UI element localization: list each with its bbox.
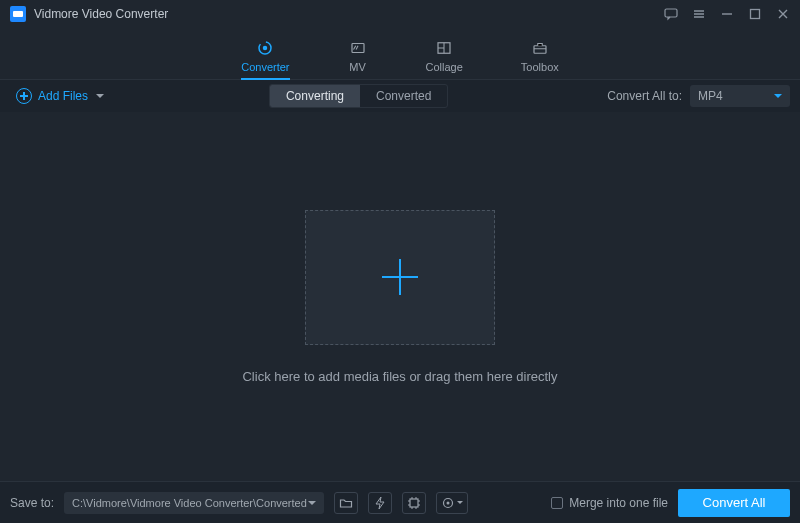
chip-icon <box>407 496 421 510</box>
settings-button[interactable] <box>436 492 468 514</box>
convert-all-button[interactable]: Convert All <box>678 489 790 517</box>
convert-all-to-label: Convert All to: <box>607 89 682 103</box>
drop-zone[interactable] <box>305 210 495 345</box>
collage-icon <box>434 39 454 57</box>
save-path-select[interactable]: C:\Vidmore\Vidmore Video Converter\Conve… <box>64 492 324 514</box>
merge-checkbox[interactable]: Merge into one file <box>551 496 668 510</box>
tab-collage[interactable]: Collage <box>426 39 463 79</box>
mv-icon <box>348 39 368 57</box>
main-area: Click here to add media files or drag th… <box>0 112 800 481</box>
svg-rect-0 <box>665 9 677 17</box>
title-bar: Vidmore Video Converter <box>0 0 800 28</box>
chevron-down-icon <box>457 501 463 504</box>
chevron-down-icon <box>774 94 782 98</box>
tab-toolbox-label: Toolbox <box>521 61 559 73</box>
plus-circle-icon <box>16 88 32 104</box>
tab-mv-label: MV <box>349 61 366 73</box>
svg-rect-1 <box>751 10 760 19</box>
segment-converted[interactable]: Converted <box>360 85 447 107</box>
high-speed-button[interactable] <box>368 492 392 514</box>
chevron-down-icon <box>96 94 104 98</box>
merge-label: Merge into one file <box>569 496 668 510</box>
gear-icon <box>441 496 455 510</box>
tab-collage-label: Collage <box>426 61 463 73</box>
plus-icon <box>382 259 418 295</box>
gpu-accel-button[interactable] <box>402 492 426 514</box>
menu-icon[interactable] <box>692 7 706 21</box>
maximize-icon[interactable] <box>748 7 762 21</box>
save-to-label: Save to: <box>10 496 54 510</box>
app-title: Vidmore Video Converter <box>34 7 664 21</box>
lightning-icon <box>373 496 387 510</box>
close-icon[interactable] <box>776 7 790 21</box>
window-controls <box>664 7 790 21</box>
tab-converter[interactable]: Converter <box>241 39 289 79</box>
tab-converter-label: Converter <box>241 61 289 73</box>
segment-converting[interactable]: Converting <box>270 85 360 107</box>
svg-rect-6 <box>534 46 546 54</box>
svg-rect-7 <box>410 499 418 507</box>
output-format-value: MP4 <box>698 89 723 103</box>
minimize-icon[interactable] <box>720 7 734 21</box>
toolbar: Add Files Converting Converted Convert A… <box>0 80 800 112</box>
tab-mv[interactable]: MV <box>348 39 368 79</box>
svg-point-9 <box>447 501 450 504</box>
save-path-value: C:\Vidmore\Vidmore Video Converter\Conve… <box>72 497 307 509</box>
convert-all-to: Convert All to: MP4 <box>607 85 790 107</box>
svg-point-3 <box>263 46 268 51</box>
converter-icon <box>255 39 275 57</box>
folder-icon <box>339 496 353 510</box>
main-tabs: Converter MV Collage Toolbox <box>0 28 800 80</box>
conversion-segment: Converting Converted <box>269 84 448 108</box>
add-files-button[interactable]: Add Files <box>10 84 110 108</box>
bottom-bar: Save to: C:\Vidmore\Vidmore Video Conver… <box>0 481 800 523</box>
add-files-label: Add Files <box>38 89 88 103</box>
toolbox-icon <box>530 39 550 57</box>
app-logo-icon <box>10 6 26 22</box>
output-format-select[interactable]: MP4 <box>690 85 790 107</box>
chevron-down-icon <box>308 501 316 505</box>
open-folder-button[interactable] <box>334 492 358 514</box>
feedback-icon[interactable] <box>664 7 678 21</box>
tab-toolbox[interactable]: Toolbox <box>521 39 559 79</box>
checkbox-icon <box>551 497 563 509</box>
drop-hint: Click here to add media files or drag th… <box>242 369 557 384</box>
